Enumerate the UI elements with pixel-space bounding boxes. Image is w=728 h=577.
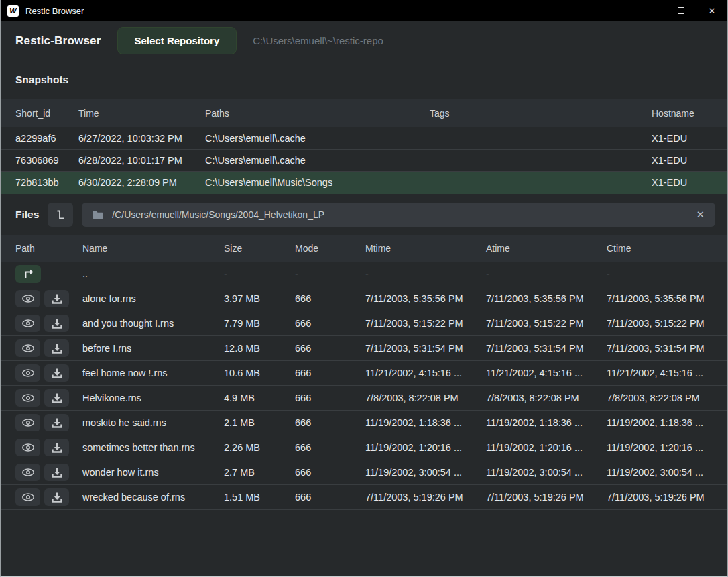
snapshot-time: 6/27/2022, 10:03:32 PM [78,133,205,144]
file-row[interactable]: moskito he said.rns 2.1 MB 666 11/19/200… [1,411,727,435]
file-atime: 7/11/2003, 5:35:56 PM [486,293,607,304]
snapshot-hostname: X1-EDU [652,177,713,188]
snapshots-section-header: Snapshots [1,60,727,99]
eye-icon [21,467,36,478]
preview-file-button[interactable] [15,414,40,431]
snapshot-row[interactable]: 76306869 6/28/2022, 10:01:17 PM C:\Users… [1,150,727,172]
snapshot-time: 6/30/2022, 2:28:09 PM [78,177,205,188]
snapshot-paths: C:\Users\emuell\.cache [205,155,430,166]
current-path-text: /C/Users/emuell/Music/Songs/2004_Helveti… [112,209,687,220]
download-icon [50,293,64,304]
preview-file-button[interactable] [15,315,40,332]
select-repository-button[interactable]: Select Repository [117,27,237,54]
file-row[interactable]: sometimes better than.rns 2.26 MB 666 11… [1,435,727,460]
file-atime: - [486,268,607,279]
snapshot-row[interactable]: a2299af6 6/27/2022, 10:03:32 PM C:\Users… [1,127,727,150]
maximize-button[interactable] [666,0,696,21]
file-row[interactable]: feel home now !.rns 10.6 MB 666 11/21/20… [1,361,727,386]
file-mtime: 7/11/2003, 5:19:26 PM [365,492,486,503]
file-size: 12.8 MB [224,343,295,354]
preview-file-button[interactable] [15,290,40,307]
restore-file-button[interactable] [44,464,69,481]
snapshot-hostname: X1-EDU [652,155,713,166]
files-table-body: alone for.rns 3.97 MB 666 7/11/2003, 5:3… [1,286,727,510]
file-mode: 666 [295,318,365,329]
preview-file-button[interactable] [15,364,40,382]
files-table-header: Path Name Size Mode Mtime Atime Ctime [1,235,727,262]
snapshot-paths: C:\Users\emuell\.cache [205,133,430,144]
file-mtime: 11/19/2002, 3:00:54 ... [365,467,486,478]
file-mode: 666 [295,293,365,304]
file-atime: 11/19/2002, 3:00:54 ... [486,467,607,478]
file-ctime: 11/19/2002, 1:18:36 ... [607,417,713,428]
clear-path-button[interactable]: ✕ [694,209,706,221]
col-mtime: Mtime [365,243,486,254]
preview-file-button[interactable] [15,339,40,357]
file-mode: - [295,268,365,279]
file-mode: 666 [295,417,365,428]
restore-file-button[interactable] [44,364,69,382]
current-path-input[interactable]: /C/Users/emuell/Music/Songs/2004_Helveti… [82,203,715,227]
file-row[interactable]: Helvikone.rns 4.9 MB 666 7/8/2003, 8:22:… [1,386,727,411]
file-name: .. [82,268,224,279]
snapshot-row-selected[interactable]: 72b813bb 6/30/2022, 2:28:09 PM C:\Users\… [1,172,727,194]
file-row[interactable]: and you thought I.rns 7.79 MB 666 7/11/2… [1,311,727,336]
file-row[interactable]: alone for.rns 3.97 MB 666 7/11/2003, 5:3… [1,286,727,311]
col-size: Size [224,243,295,254]
file-ctime: 11/19/2002, 1:20:16 ... [607,442,713,453]
file-mode: 666 [295,442,365,453]
minimize-icon [647,11,654,11]
file-ctime: 7/11/2003, 5:15:22 PM [607,318,713,329]
restore-file-button[interactable] [44,339,69,357]
download-icon [50,392,64,403]
file-mtime: 11/19/2002, 1:18:36 ... [365,417,486,428]
snapshot-short-id: 76306869 [15,155,78,166]
file-mode: 666 [295,492,365,503]
preview-file-button[interactable] [15,488,40,506]
file-size: 2.7 MB [224,467,295,478]
restore-file-button[interactable] [44,439,69,456]
go-to-parent-button[interactable] [15,265,41,283]
restore-file-button[interactable] [44,290,69,307]
col-atime: Atime [486,243,607,254]
file-atime: 11/19/2002, 1:20:16 ... [486,442,607,453]
col-tags: Tags [430,108,652,119]
close-button[interactable]: ✕ [696,0,727,21]
tree-view-toggle-button[interactable] [48,203,73,227]
file-ctime: 11/21/2002, 4:15:16 ... [607,368,713,378]
parent-directory-arrow-icon [23,268,34,280]
minimize-button[interactable] [635,0,666,21]
file-size: 10.6 MB [224,368,295,378]
app-name: Restic-Browser [15,34,101,48]
file-mtime: 7/11/2003, 5:31:54 PM [365,343,486,354]
repository-header: Restic-Browser Select Repository C:\User… [1,21,727,60]
file-mtime: 11/19/2002, 1:20:16 ... [365,442,486,453]
col-name: Name [82,243,224,254]
restore-file-button[interactable] [44,315,69,332]
file-name: wonder how it.rns [82,467,224,478]
snapshot-paths: C:\Users\emuell\Music\Songs [205,177,430,188]
restore-file-button[interactable] [44,414,69,431]
file-row[interactable]: before I.rns 12.8 MB 666 7/11/2003, 5:31… [1,336,727,361]
preview-file-button[interactable] [15,439,40,456]
folder-icon [91,209,105,221]
preview-file-button[interactable] [15,464,40,481]
col-ctime: Ctime [607,243,713,254]
file-row[interactable]: wonder how it.rns 2.7 MB 666 11/19/2002,… [1,460,727,485]
window-title: Restic Browser [25,6,84,16]
restore-file-button[interactable] [44,488,69,506]
parent-directory-row[interactable]: .. - - - - - [1,262,727,286]
snapshot-short-id: a2299af6 [15,133,78,144]
file-name: alone for.rns [82,293,224,304]
download-icon [50,343,64,354]
eye-icon [21,392,36,403]
download-icon [50,467,64,478]
eye-icon [21,293,36,304]
file-size: 7.79 MB [224,318,295,329]
preview-file-button[interactable] [15,389,40,407]
file-size: 2.1 MB [224,417,295,428]
file-mtime: 7/11/2003, 5:15:22 PM [365,318,486,329]
file-name: Helvikone.rns [82,392,224,403]
restore-file-button[interactable] [44,389,69,407]
file-row[interactable]: wrecked because of.rns 1.51 MB 666 7/11/… [1,485,727,510]
